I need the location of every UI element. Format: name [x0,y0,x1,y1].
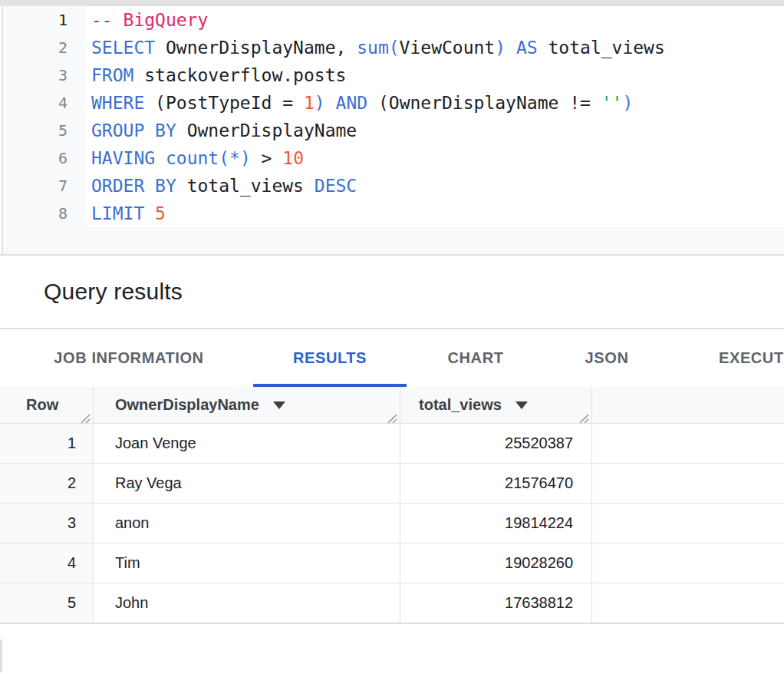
code-line: 6HAVING count(*) > 10 [3,144,784,172]
code-token: (PostTypeId = [144,93,304,113]
code-token: FROM [91,65,133,85]
row-column-label: Row [26,396,58,414]
code-token: 1 [304,93,315,113]
line-number: 2 [3,34,86,61]
code-token: total_views [538,38,665,58]
code-token: stackoverflow.posts [133,65,346,85]
row-filler [592,424,784,463]
code-token: DESC [315,176,357,196]
code-token [144,203,155,223]
tab-label: EXECUTION DETAILS [719,349,784,367]
code-line: 8LIMIT 5 [3,200,784,227]
results-table-body: 1Joan Venge255203872Ray Vega215764703ano… [0,424,784,624]
line-number: 5 [3,117,86,144]
code-token: ViewCount [400,38,496,58]
code-text: GROUP BY OwnerDisplayName [86,117,357,144]
row-number-cell: 1 [0,424,94,463]
code-token: count(*) [166,148,251,168]
tab-job-information[interactable]: JOB INFORMATION [28,329,230,387]
code-line: 4WHERE (PostTypeId = 1) AND (OwnerDispla… [3,89,784,117]
tab-chart[interactable]: CHART [426,329,525,387]
code-token: > [251,148,283,168]
tab-json[interactable]: JSON [548,329,665,387]
column-resize-handle[interactable] [578,410,589,421]
row-column-header: Row [0,387,94,423]
total-views-cell: 19814224 [400,504,592,543]
code-text: ORDER BY total_views DESC [86,172,357,200]
row-filler [592,464,784,503]
code-token: '' [601,93,623,113]
line-number: 4 [3,89,86,117]
code-token: AS [516,38,538,58]
owner-name-cell: Joan Venge [94,424,400,463]
bottom-spacer [0,624,784,674]
line-number: 1 [3,6,86,34]
query-results-header: Query results [0,256,784,328]
line-number: 3 [3,61,86,89]
column-header-total-views[interactable]: total_views [400,387,592,423]
row-filler [592,583,784,623]
code-token: (OwnerDisplayName != [367,93,601,113]
table-row: 5John17638812 [0,583,784,624]
code-line: 7ORDER BY total_views DESC [3,172,784,200]
code-text: FROM stackoverflow.posts [86,61,346,89]
row-number-cell: 4 [0,543,94,583]
table-row: 3anon19814224 [0,504,784,543]
table-row: 2Ray Vega21576470 [0,464,784,504]
column-header-ownerdisplayname[interactable]: OwnerDisplayName [94,387,400,423]
code-line: 1-- BigQuery [3,6,784,34]
code-token [155,148,166,168]
owner-name-cell: John [94,583,400,623]
total-views-cell: 21576470 [400,464,592,503]
code-line: 2SELECT OwnerDisplayName, sum(ViewCount)… [3,34,784,61]
code-token [325,93,336,113]
table-header-filler [592,387,784,423]
code-line: 3FROM stackoverflow.posts [3,61,784,89]
tab-label: RESULTS [293,349,367,367]
tab-results[interactable]: RESULTS [253,329,407,387]
code-token: ) [315,93,325,113]
owner-name-cell: anon [94,504,400,543]
code-token: HAVING [91,148,155,168]
code-lines: 1-- BigQuery2SELECT OwnerDisplayName, su… [3,6,784,227]
code-text: WHERE (PostTypeId = 1) AND (OwnerDisplay… [86,89,633,117]
row-number-cell: 3 [0,504,94,543]
code-token: -- BigQuery [91,10,208,30]
row-number-cell: 5 [0,583,94,623]
code-token: sum( [357,38,399,58]
code-token: ORDER BY [91,176,176,196]
tab-label: JSON [585,349,629,367]
code-text: -- BigQuery [86,6,208,34]
line-number: 7 [3,172,86,200]
line-number: 8 [3,200,86,227]
sort-dropdown-icon[interactable] [516,401,528,409]
code-token: ) [622,93,633,113]
tab-execution-details[interactable]: EXECUTION DETAILS [688,329,784,387]
code-text: HAVING count(*) > 10 [86,144,304,172]
code-token: total_views [176,176,315,196]
editor-horizontal-scrollbar[interactable] [3,227,784,254]
table-row: 4Tim19028260 [0,543,784,583]
column-resize-handle[interactable] [79,410,91,421]
code-token: LIMIT [91,203,144,223]
column-label: total_views [419,396,502,414]
table-row: 1Joan Venge25520387 [0,424,784,464]
results-table-header: Row OwnerDisplayName total_views [0,387,784,424]
window-top-strip [0,0,784,6]
code-text: SELECT OwnerDisplayName, sum(ViewCount) … [86,34,665,61]
owner-name-cell: Tim [94,543,400,583]
tab-label: CHART [448,349,504,367]
column-label: OwnerDisplayName [115,396,259,414]
column-resize-handle[interactable] [386,410,397,421]
sort-dropdown-icon[interactable] [273,401,285,409]
code-token: 10 [282,148,304,168]
panel-edge [0,639,2,672]
sql-editor[interactable]: 1-- BigQuery2SELECT OwnerDisplayName, su… [2,6,784,254]
results-tab-bar: JOB INFORMATIONRESULTSCHARTJSONEXECUTION… [0,329,784,387]
query-results-title: Query results [44,279,183,305]
code-line: 5GROUP BY OwnerDisplayName [3,117,784,144]
tab-label: JOB INFORMATION [54,349,203,367]
row-number-cell: 2 [0,464,94,503]
code-token: OwnerDisplayName [176,121,357,140]
row-filler [592,543,784,583]
